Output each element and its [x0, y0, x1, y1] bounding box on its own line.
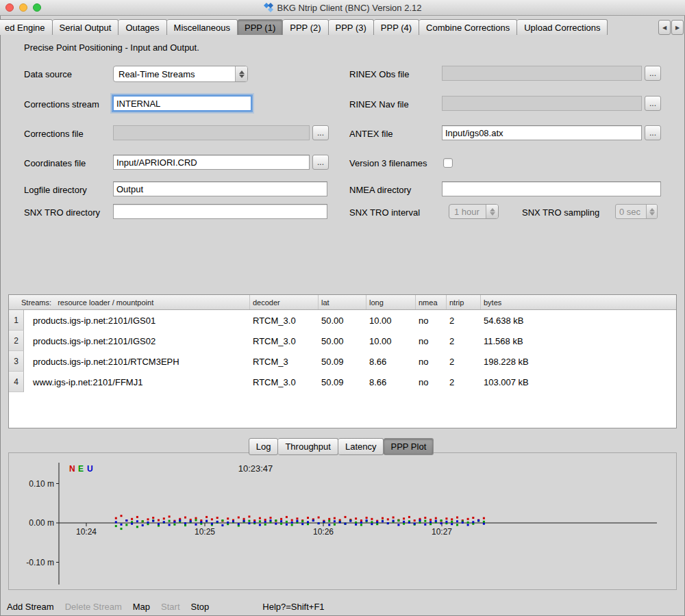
plot-tab-log[interactable]: Log: [249, 438, 279, 455]
table-cell: 50.09: [319, 351, 366, 372]
table-cell: no: [416, 372, 447, 392]
table-cell: 2: [447, 331, 481, 351]
bottom-toolbar: Add StreamDelete StreamMapStartStop Help…: [0, 597, 685, 616]
zoom-window-button[interactable]: [33, 3, 41, 12]
table-cell: 10.00: [366, 310, 416, 331]
tab-ppp-1[interactable]: PPP (1): [238, 19, 283, 35]
coordinates-file-browse-button[interactable]: ...: [312, 155, 329, 170]
tab-outages[interactable]: Outages: [119, 19, 166, 35]
help-hint: Help?=Shift+F1: [262, 602, 324, 612]
rinex-obs-file-input: [442, 66, 642, 81]
row-number: 1: [9, 310, 24, 331]
column-header: decoder: [250, 295, 319, 309]
table-cell: www.igs-ip.net:2101/FFMJ1: [24, 372, 250, 392]
table-cell: RTCM_3: [250, 351, 319, 372]
combo-updown-icon: [486, 205, 498, 218]
tab-miscellaneous[interactable]: Miscellaneous: [167, 19, 238, 35]
table-cell: 103.007 kB: [481, 372, 676, 392]
coordinates-file-label: Coordinates file: [24, 158, 86, 168]
tab-ed-engine[interactable]: ed Engine: [0, 19, 53, 35]
ppp-plot-canvas: 0.10 m0.00 m-0.10 m10:2410:2510:2610:27N…: [9, 453, 676, 589]
delete-stream-button[interactable]: Delete Stream: [65, 602, 122, 612]
row-number: 2: [9, 331, 24, 351]
plot-tab-ppp-plot[interactable]: PPP Plot: [384, 438, 434, 455]
stop-button[interactable]: Stop: [191, 602, 210, 612]
table-cell: 50.00: [319, 331, 366, 351]
antex-file-input[interactable]: [442, 125, 642, 140]
tab-scroll-left-button[interactable]: ◀: [658, 20, 671, 35]
svg-text:E: E: [78, 464, 84, 474]
antex-file-browse-button[interactable]: ...: [645, 125, 661, 140]
minimize-window-button[interactable]: [19, 3, 27, 12]
app-icon: [264, 3, 273, 12]
window-controls: [5, 3, 41, 12]
map-button[interactable]: Map: [133, 602, 150, 612]
plot-tab-latency[interactable]: Latency: [338, 438, 384, 455]
tab-scroll-controls: ◀ ▶: [658, 20, 684, 35]
table-cell: 2: [447, 351, 481, 372]
tab-serial-output[interactable]: Serial Output: [53, 19, 119, 35]
snx-tro-sampling-label: SNX TRO sampling: [522, 207, 599, 218]
table-row[interactable]: 4www.igs-ip.net:2101/FFMJ1RTCM_3.050.098…: [9, 372, 676, 392]
panel-heading: Precise Point Positioning - Input and Ou…: [24, 42, 199, 53]
table-cell: no: [416, 310, 447, 331]
ppp-plot-frame: 0.10 m0.00 m-0.10 m10:2410:2510:2610:27N…: [8, 452, 677, 590]
corrections-file-browse-button[interactable]: ...: [312, 125, 329, 140]
add-stream-button[interactable]: Add Stream: [7, 602, 54, 612]
table-row[interactable]: 1products.igs-ip.net:2101/IGS01RTCM_3.05…: [9, 310, 676, 331]
snx-tro-sampling-spinner[interactable]: 0 sec: [615, 204, 658, 219]
bnc-window: { "window": { "title": "BKG Ntrip Client…: [0, 0, 685, 616]
column-header: nmea: [416, 295, 447, 309]
svg-text:0.00 m: 0.00 m: [29, 518, 54, 528]
table-cell: RTCM_3.0: [250, 372, 319, 392]
tab-ppp-4[interactable]: PPP (4): [374, 19, 419, 35]
tab-combine-corrections[interactable]: Combine Corrections: [419, 19, 517, 35]
plot-tab-throughput[interactable]: Throughput: [278, 438, 338, 455]
toolbar-buttons: Add StreamDelete StreamMapStartStop: [7, 602, 220, 612]
table-cell: 50.09: [319, 372, 366, 392]
column-header: ntrip: [447, 295, 481, 309]
close-window-button[interactable]: [5, 3, 14, 12]
table-cell: 50.00: [319, 310, 366, 331]
table-cell: products.igs-ip.net:2101/IGS01: [24, 310, 250, 331]
data-source-value: Real-Time Streams: [114, 69, 235, 79]
logfile-directory-input[interactable]: [113, 181, 327, 196]
rinex-nav-file-browse-button[interactable]: ...: [645, 96, 661, 111]
data-source-select[interactable]: Real-Time Streams: [113, 66, 248, 82]
streams-table: Streams: resource loader / mountpointdec…: [8, 294, 677, 428]
start-button[interactable]: Start: [161, 602, 179, 612]
table-cell: products.igs-ip.net:2101/RTCM3EPH: [24, 351, 250, 372]
nmea-directory-input[interactable]: [442, 181, 661, 196]
table-cell: 2: [447, 310, 481, 331]
column-header: bytes: [481, 295, 676, 309]
rinex-nav-file-input: [442, 96, 642, 111]
tab-ppp-2[interactable]: PPP (2): [283, 19, 328, 35]
version3-filenames-checkbox[interactable]: [443, 158, 453, 168]
snx-tro-sampling-value: 0 sec: [616, 207, 646, 217]
streams-table-body: 1products.igs-ip.net:2101/IGS01RTCM_3.05…: [9, 310, 676, 392]
table-row[interactable]: 2products.igs-ip.net:2101/IGS02RTCM_3.05…: [9, 331, 676, 351]
table-cell: products.igs-ip.net:2101/IGS02: [24, 331, 250, 351]
tab-ppp-3[interactable]: PPP (3): [329, 19, 374, 35]
table-row[interactable]: 3products.igs-ip.net:2101/RTCM3EPHRTCM_3…: [9, 351, 676, 372]
snx-tro-directory-input[interactable]: [113, 204, 327, 219]
column-header: long: [366, 295, 416, 309]
coordinates-file-input[interactable]: [113, 155, 310, 170]
column-header: lat: [319, 295, 366, 309]
corrections-stream-label: Corrections stream: [24, 99, 99, 110]
snx-tro-interval-select[interactable]: 1 hour: [449, 204, 499, 219]
corrections-file-label: Corrections file: [24, 129, 84, 139]
title-bar: BKG Ntrip Client (BNC) Version 2.12: [0, 0, 685, 16]
rinex-obs-file-browse-button[interactable]: ...: [645, 66, 661, 81]
table-cell: no: [416, 331, 447, 351]
tab-scroll-right-button[interactable]: ▶: [671, 20, 684, 35]
antex-file-label: ANTEX file: [349, 129, 393, 139]
rinex-obs-file-label: RINEX Obs file: [349, 69, 409, 79]
corrections-stream-input[interactable]: [113, 96, 251, 111]
svg-text:0.10 m: 0.10 m: [29, 479, 54, 489]
tab-upload-corrections[interactable]: Upload Corrections: [517, 19, 608, 35]
window-title-text: BKG Ntrip Client (BNC) Version 2.12: [277, 3, 422, 13]
combo-updown-icon: [235, 66, 247, 81]
main-tab-bar: ed EngineSerial OutputOutagesMiscellaneo…: [0, 19, 685, 35]
corrections-file-input: [113, 125, 310, 140]
